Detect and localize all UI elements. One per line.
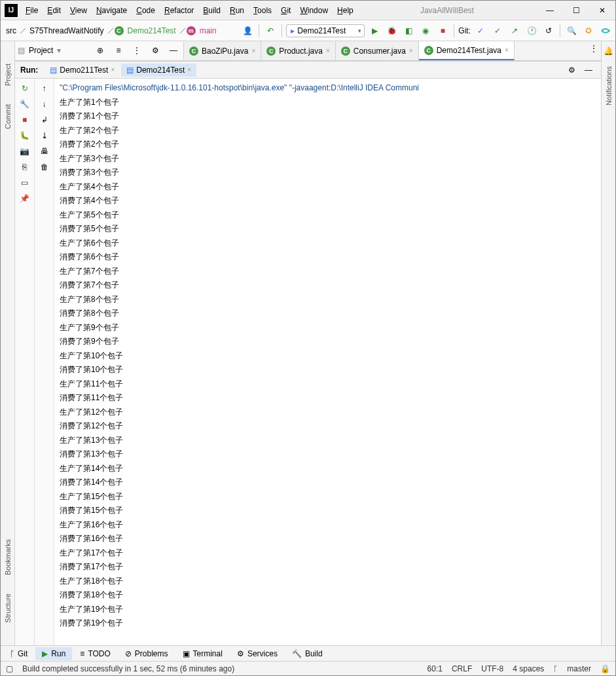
editor-tab[interactable]: CConsumer.java× <box>336 41 419 60</box>
class-icon: C <box>115 26 124 35</box>
run-config-selector[interactable]: ▸ Demo214Test <box>286 24 365 37</box>
divider-icon[interactable]: ⋮ <box>130 43 144 58</box>
layout-icon[interactable]: ▭ <box>18 176 32 190</box>
menu-window[interactable]: Window <box>296 3 332 18</box>
crumb-package[interactable]: S75ThreadWaitNotify <box>27 25 107 37</box>
git-rollback-icon[interactable]: ↺ <box>541 24 556 38</box>
run-tab-label: Demo211Test <box>60 66 108 75</box>
run-tab[interactable]: ▤Demo214Test× <box>121 64 196 77</box>
crumb-src[interactable]: src <box>3 25 19 37</box>
minimize-button[interactable]: — <box>537 1 563 20</box>
git-commit-icon[interactable]: ✓ <box>490 24 505 38</box>
git-push-icon[interactable]: ↗ <box>507 24 522 38</box>
maximize-button[interactable]: ☐ <box>563 1 589 20</box>
title-bar: IJ FileEditViewNavigateCodeRefactorBuild… <box>1 1 615 20</box>
editor-tab[interactable]: CDemo214Test.java× <box>419 41 515 60</box>
down-icon[interactable]: ↓ <box>37 97 52 111</box>
close-icon[interactable]: × <box>326 47 330 54</box>
menu-run[interactable]: Run <box>226 3 248 18</box>
commit-tool-button[interactable]: Commit <box>4 102 12 132</box>
menu-file[interactable]: File <box>22 3 42 18</box>
status-line-sep[interactable]: CRLF <box>452 664 472 673</box>
status-encoding[interactable]: UTF-8 <box>481 664 503 673</box>
close-icon[interactable]: × <box>409 47 413 54</box>
chevron-down-icon[interactable]: ▾ <box>57 46 61 55</box>
structure-tool-button[interactable]: Structure <box>4 591 12 626</box>
bottom-tab-terminal[interactable]: ▣Terminal <box>176 647 229 660</box>
run-settings-icon[interactable]: ⚙ <box>564 63 579 77</box>
notifications-button[interactable]: Notifications <box>605 64 613 108</box>
bottom-tab-label: Services <box>247 649 278 658</box>
editor-tab[interactable]: CBaoZiPu.java× <box>184 41 261 60</box>
status-indent[interactable]: 4 spaces <box>513 664 544 673</box>
soft-wrap-icon[interactable]: ↲ <box>37 113 52 127</box>
bottom-tab-problems[interactable]: ⊘Problems <box>118 647 175 660</box>
bookmarks-tool-button[interactable]: Bookmarks <box>4 536 12 578</box>
status-branch[interactable]: master <box>567 664 591 673</box>
bottom-tab-todo[interactable]: ≡TODO <box>73 647 117 660</box>
scroll-end-icon[interactable]: ⤓ <box>37 128 52 143</box>
run-label: Run: <box>20 66 38 75</box>
stop-button[interactable]: ■ <box>435 24 450 38</box>
more-icon[interactable]: ⋮ <box>587 41 601 56</box>
print-icon[interactable]: 🖶 <box>37 144 52 159</box>
close-icon[interactable]: × <box>251 47 255 54</box>
status-position[interactable]: 60:1 <box>427 664 443 673</box>
bottom-tab-build[interactable]: 🔨Build <box>285 647 329 660</box>
close-icon[interactable]: × <box>111 66 115 73</box>
git-update-icon[interactable]: ✓ <box>473 24 488 38</box>
close-button[interactable]: ✕ <box>589 1 615 20</box>
run-settings-button[interactable]: 🔧 <box>18 97 32 111</box>
menu-code[interactable]: Code <box>132 3 159 18</box>
clear-icon[interactable]: 🗑 <box>37 160 52 174</box>
profile-button[interactable]: ◉ <box>418 24 433 38</box>
run-tab[interactable]: ▤Demo211Test× <box>45 64 120 77</box>
bell-icon[interactable]: 🔔 <box>604 47 614 57</box>
ide-settings-icon[interactable]: ✪ <box>581 24 596 38</box>
git-history-icon[interactable]: 🕐 <box>524 24 539 38</box>
pin-icon[interactable]: 📌 <box>18 191 32 206</box>
rerun-button[interactable]: ↻ <box>18 81 32 96</box>
bottom-tab-services[interactable]: ⚙Services <box>230 647 284 660</box>
camera-icon[interactable]: 📷 <box>18 144 32 159</box>
bottom-tab-run[interactable]: ▶Run <box>35 647 72 660</box>
debug-button[interactable]: 🐞 <box>384 24 399 38</box>
lock-icon[interactable]: 🔒 <box>600 664 610 673</box>
gear-icon[interactable]: ⚙ <box>148 43 162 58</box>
menu-view[interactable]: View <box>66 3 91 18</box>
menu-help[interactable]: Help <box>333 3 357 18</box>
hide-icon[interactable]: — <box>166 43 181 58</box>
stop-run-button[interactable]: ■ <box>18 113 32 127</box>
branch-icon: ᚴ <box>553 664 558 673</box>
project-tool-button[interactable]: Project <box>4 61 12 88</box>
dump-button[interactable]: 🐛 <box>18 128 32 143</box>
target-icon[interactable]: ⊕ <box>93 43 107 58</box>
run-button[interactable]: ▶ <box>367 24 382 38</box>
menu-tools[interactable]: Tools <box>249 3 276 18</box>
status-square-icon[interactable]: ▢ <box>6 664 13 673</box>
exit-icon[interactable]: ⎘ <box>18 160 32 174</box>
menu-navigate[interactable]: Navigate <box>92 3 131 18</box>
coverage-button[interactable]: ◧ <box>401 24 416 38</box>
bottom-tab-git[interactable]: ᚴGit <box>3 647 34 660</box>
menu-refactor[interactable]: Refactor <box>160 3 198 18</box>
menu-build[interactable]: Build <box>199 3 225 18</box>
close-icon[interactable]: × <box>187 66 191 73</box>
close-icon[interactable]: × <box>505 47 509 54</box>
crumb-method[interactable]: main <box>197 25 219 37</box>
search-icon[interactable]: 🔍 <box>564 24 579 38</box>
bottom-tool-tabs: ᚴGit▶Run≡TODO⊘Problems▣Terminal⚙Services… <box>1 645 615 661</box>
expand-icon[interactable]: ≡ <box>111 43 126 58</box>
back-icon[interactable]: ↶ <box>263 24 278 38</box>
editor-tab[interactable]: CProduct.java× <box>261 41 336 60</box>
console-output[interactable]: "C:\Program Files\Microsoft\jdk-11.0.16.… <box>54 79 601 645</box>
run-hide-icon[interactable]: — <box>581 63 596 77</box>
menu-git[interactable]: Git <box>277 3 295 18</box>
up-icon[interactable]: ↑ <box>37 81 52 96</box>
menu-edit[interactable]: Edit <box>43 3 65 18</box>
plugin-icon[interactable] <box>598 24 613 38</box>
crumb-class[interactable]: Demo214Test <box>125 25 179 37</box>
user-icon[interactable]: 👤 <box>240 24 255 38</box>
run-tool-column-2: ↑ ↓ ↲ ⤓ 🖶 🗑 <box>35 79 54 645</box>
bottom-tab-label: Terminal <box>193 649 223 658</box>
